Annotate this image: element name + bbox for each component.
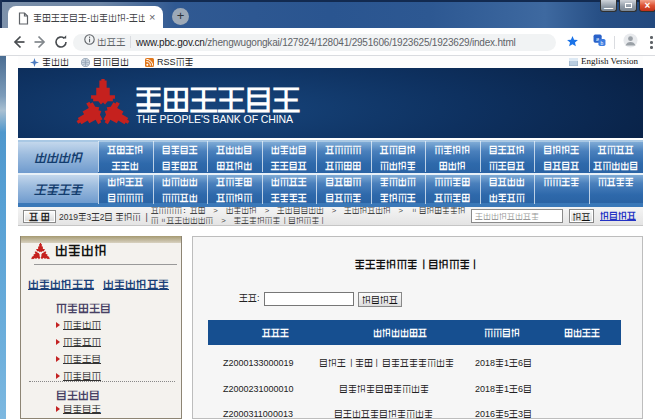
svg-text:b: b: [601, 41, 604, 46]
